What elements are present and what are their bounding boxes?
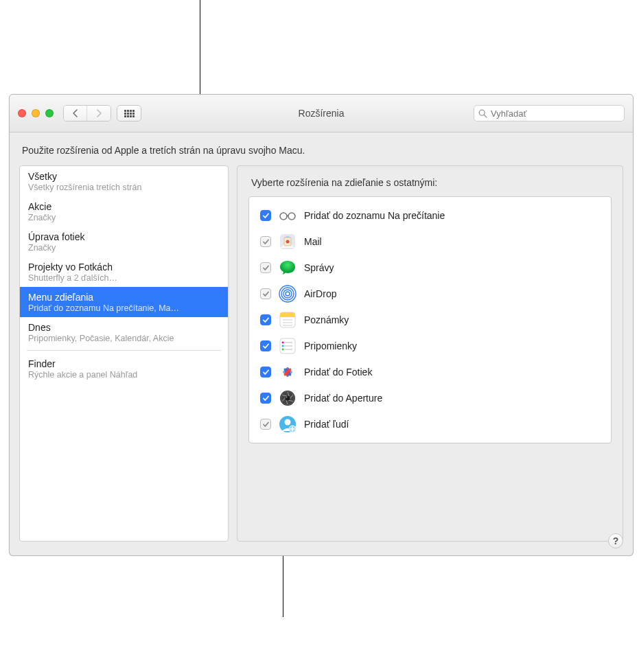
preferences-window: Rozšírenia Použite rozšírenia od Apple a… <box>9 94 634 556</box>
svg-point-44 <box>285 419 291 426</box>
extension-label: Správy <box>304 262 334 273</box>
titlebar: Rozšírenia <box>10 95 633 132</box>
check-icon <box>262 264 270 272</box>
check-icon <box>262 212 270 220</box>
extension-checkbox[interactable] <box>260 210 271 221</box>
svg-rect-14 <box>280 316 295 317</box>
extension-row: Poznámky <box>255 307 605 333</box>
svg-point-7 <box>286 240 290 244</box>
extension-row: Správy <box>255 255 605 281</box>
forward-button[interactable] <box>87 106 111 121</box>
page-description: Použite rozšírenia od Apple a tretích st… <box>10 132 633 163</box>
sidebar-item[interactable]: Projekty vo FotkáchShutterfly a 2 ďalšíc… <box>20 257 228 287</box>
extension-row: Pridať do zoznamu Na prečítanie <box>255 202 605 229</box>
extension-label: Pridať ľudí <box>304 419 349 430</box>
sidebar-item-title: Projekty vo Fotkách <box>28 262 220 273</box>
sidebar-item-title: Všetky <box>28 171 220 182</box>
search-icon <box>478 109 487 118</box>
nav-segmented <box>63 105 111 121</box>
extension-row: Mail <box>255 229 605 255</box>
sidebar-item-title: Menu zdieľania <box>28 292 220 303</box>
svg-point-9 <box>283 290 292 298</box>
extension-checkbox <box>260 236 271 247</box>
glasses-icon <box>278 206 297 225</box>
sidebar-item-subtitle: Značky <box>28 243 220 253</box>
help-button[interactable]: ? <box>608 533 623 548</box>
notes-icon <box>278 310 297 329</box>
sidebar: VšetkyVšetky rozšírenia tretích stránAkc… <box>19 165 229 542</box>
aperture-icon <box>278 389 297 408</box>
extension-row: Pridať do Aperture <box>255 385 605 411</box>
close-window-button[interactable] <box>18 109 26 117</box>
sidebar-item-title: Úprava fotiek <box>28 231 220 242</box>
svg-point-22 <box>282 342 284 344</box>
extension-label: AirDrop <box>304 288 336 299</box>
content-area: VšetkyVšetky rozšírenia tretích stránAkc… <box>10 163 633 551</box>
main-heading: Vyberte rozšírenia na zdieľanie s ostatn… <box>251 177 609 188</box>
check-icon <box>262 369 270 376</box>
sidebar-item-subtitle: Rýchle akcie a panel Náhľad <box>28 370 220 380</box>
photos-icon <box>278 362 297 382</box>
sidebar-item[interactable]: FinderRýchle akcie a panel Náhľad <box>20 354 228 384</box>
sidebar-item[interactable]: Úprava fotiekZnačky <box>20 227 228 257</box>
svg-point-42 <box>286 397 288 398</box>
sidebar-item-subtitle: Pridať do zoznamu Na prečítanie, Ma… <box>28 303 220 313</box>
check-icon <box>262 316 270 324</box>
extension-row: Pripomienky <box>255 333 605 359</box>
extension-row: Pridať ľudí <box>255 411 605 437</box>
svg-point-3 <box>288 213 295 220</box>
sidebar-item-subtitle: Všetky rozšírenia tretích strán <box>28 183 220 192</box>
sidebar-item-subtitle: Shutterfly a 2 ďalších… <box>28 273 220 283</box>
check-icon <box>262 421 270 428</box>
extension-checkbox[interactable] <box>260 314 271 325</box>
main-panel: Vyberte rozšírenia na zdieľanie s ostatn… <box>237 165 623 542</box>
reminders-icon <box>278 336 297 356</box>
grid-icon <box>124 110 135 117</box>
svg-point-23 <box>282 345 284 347</box>
svg-line-1 <box>484 115 487 117</box>
extension-list: Pridať do zoznamu Na prečítanieMailSpráv… <box>248 196 612 443</box>
sidebar-item-title: Akcie <box>28 201 220 212</box>
extension-checkbox[interactable] <box>260 393 271 404</box>
sidebar-item-title: Finder <box>28 358 220 369</box>
svg-point-24 <box>282 349 284 351</box>
check-icon <box>262 395 270 402</box>
check-icon <box>262 343 270 350</box>
extension-checkbox[interactable] <box>260 340 271 351</box>
search-field[interactable] <box>474 105 625 121</box>
sidebar-item-subtitle: Pripomienky, Počasie, Kalendár, Akcie <box>28 334 220 343</box>
svg-point-2 <box>280 213 287 220</box>
mail-icon <box>278 232 297 251</box>
check-icon <box>262 238 270 246</box>
messages-icon <box>278 258 297 277</box>
extension-row: AirDrop <box>255 281 605 307</box>
svg-point-8 <box>286 292 290 296</box>
sidebar-item[interactable]: VšetkyVšetky rozšírenia tretích strán <box>20 166 228 196</box>
extension-label: Poznámky <box>304 314 349 325</box>
extension-row: Pridať do Fotiek <box>255 359 605 385</box>
extension-label: Pridať do Aperture <box>304 393 382 404</box>
extension-label: Pridať do zoznamu Na prečítanie <box>304 210 445 221</box>
sidebar-item-title: Dnes <box>28 322 220 333</box>
back-button[interactable] <box>64 106 87 121</box>
chevron-left-icon <box>72 109 78 117</box>
extension-checkbox <box>260 262 271 273</box>
chevron-right-icon <box>96 109 102 117</box>
extension-label: Pridať do Fotiek <box>304 367 372 378</box>
sidebar-item[interactable]: Menu zdieľaniaPridať do zoznamu Na prečí… <box>20 287 228 317</box>
minimize-window-button[interactable] <box>32 109 40 117</box>
sidebar-item-subtitle: Značky <box>28 213 220 222</box>
extension-checkbox <box>260 288 271 299</box>
zoom-window-button[interactable] <box>45 109 54 117</box>
extension-checkbox <box>260 419 271 430</box>
extension-label: Pripomienky <box>304 340 357 351</box>
sidebar-item[interactable]: AkcieZnačky <box>20 196 228 227</box>
airdrop-icon <box>278 284 297 303</box>
sidebar-divider <box>27 350 221 351</box>
check-icon <box>262 290 270 298</box>
sidebar-item[interactable]: DnesPripomienky, Počasie, Kalendár, Akci… <box>20 317 228 347</box>
extension-label: Mail <box>304 236 322 247</box>
extension-checkbox[interactable] <box>260 367 271 378</box>
search-input[interactable] <box>491 108 620 119</box>
show-all-button[interactable] <box>117 105 141 121</box>
